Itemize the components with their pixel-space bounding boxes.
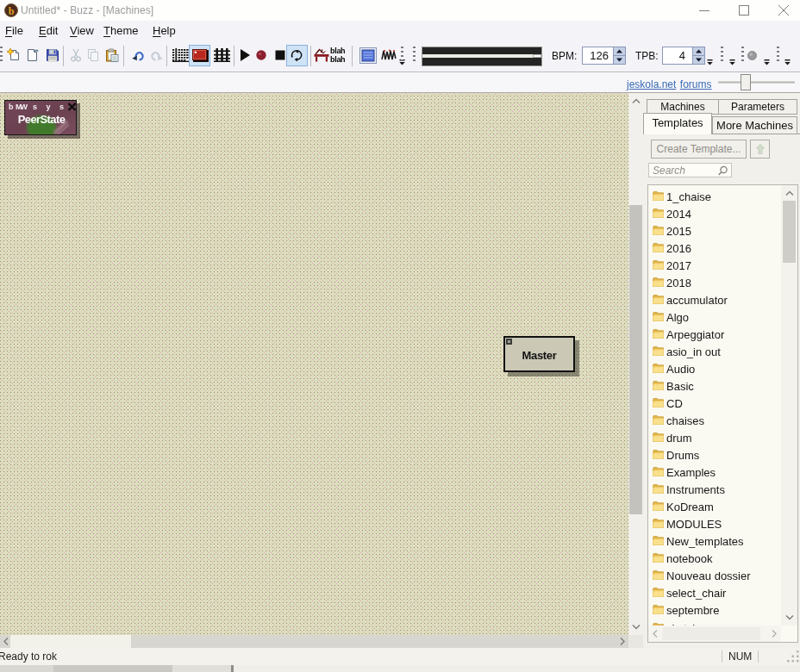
svg-text:PeerState: PeerState	[18, 113, 66, 126]
svg-text:b: b	[9, 5, 15, 17]
svg-text:s y s: s y s	[33, 103, 67, 111]
svg-text:b: b	[9, 103, 14, 111]
